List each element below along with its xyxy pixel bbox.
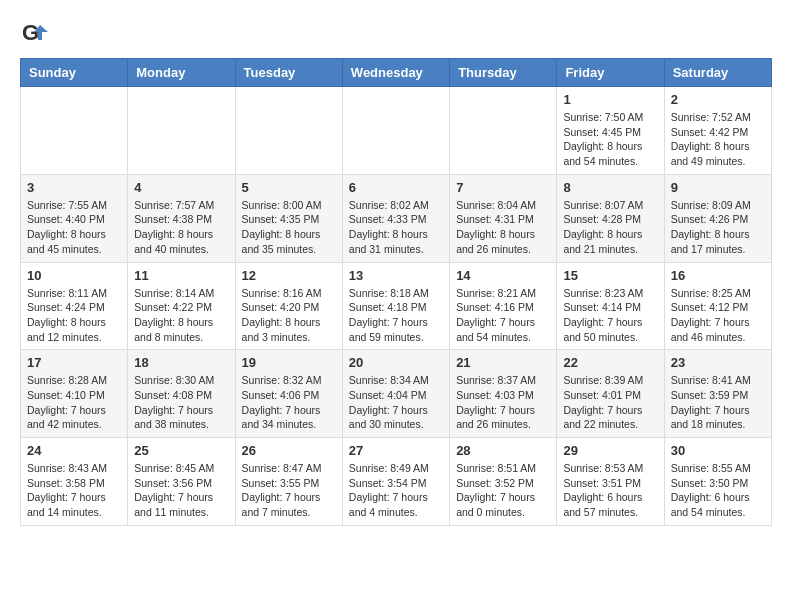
calendar-day-cell: 17Sunrise: 8:28 AM Sunset: 4:10 PM Dayli… bbox=[21, 350, 128, 438]
day-number: 22 bbox=[563, 355, 657, 370]
calendar-day-cell: 25Sunrise: 8:45 AM Sunset: 3:56 PM Dayli… bbox=[128, 438, 235, 526]
calendar-day-cell: 10Sunrise: 8:11 AM Sunset: 4:24 PM Dayli… bbox=[21, 262, 128, 350]
day-number: 8 bbox=[563, 180, 657, 195]
day-info: Sunrise: 8:49 AM Sunset: 3:54 PM Dayligh… bbox=[349, 461, 443, 520]
calendar-week-row: 10Sunrise: 8:11 AM Sunset: 4:24 PM Dayli… bbox=[21, 262, 772, 350]
day-number: 21 bbox=[456, 355, 550, 370]
calendar-day-cell: 12Sunrise: 8:16 AM Sunset: 4:20 PM Dayli… bbox=[235, 262, 342, 350]
day-number: 4 bbox=[134, 180, 228, 195]
day-info: Sunrise: 8:43 AM Sunset: 3:58 PM Dayligh… bbox=[27, 461, 121, 520]
calendar-day-cell: 6Sunrise: 8:02 AM Sunset: 4:33 PM Daylig… bbox=[342, 174, 449, 262]
day-info: Sunrise: 8:25 AM Sunset: 4:12 PM Dayligh… bbox=[671, 286, 765, 345]
day-number: 7 bbox=[456, 180, 550, 195]
day-info: Sunrise: 8:41 AM Sunset: 3:59 PM Dayligh… bbox=[671, 373, 765, 432]
day-info: Sunrise: 7:50 AM Sunset: 4:45 PM Dayligh… bbox=[563, 110, 657, 169]
day-info: Sunrise: 7:57 AM Sunset: 4:38 PM Dayligh… bbox=[134, 198, 228, 257]
calendar-week-row: 24Sunrise: 8:43 AM Sunset: 3:58 PM Dayli… bbox=[21, 438, 772, 526]
calendar-day-cell: 7Sunrise: 8:04 AM Sunset: 4:31 PM Daylig… bbox=[450, 174, 557, 262]
calendar-day-cell: 30Sunrise: 8:55 AM Sunset: 3:50 PM Dayli… bbox=[664, 438, 771, 526]
day-info: Sunrise: 8:16 AM Sunset: 4:20 PM Dayligh… bbox=[242, 286, 336, 345]
day-info: Sunrise: 8:00 AM Sunset: 4:35 PM Dayligh… bbox=[242, 198, 336, 257]
day-number: 14 bbox=[456, 268, 550, 283]
calendar-day-cell: 4Sunrise: 7:57 AM Sunset: 4:38 PM Daylig… bbox=[128, 174, 235, 262]
day-info: Sunrise: 8:32 AM Sunset: 4:06 PM Dayligh… bbox=[242, 373, 336, 432]
day-info: Sunrise: 8:53 AM Sunset: 3:51 PM Dayligh… bbox=[563, 461, 657, 520]
day-info: Sunrise: 8:09 AM Sunset: 4:26 PM Dayligh… bbox=[671, 198, 765, 257]
day-number: 11 bbox=[134, 268, 228, 283]
day-number: 26 bbox=[242, 443, 336, 458]
day-info: Sunrise: 8:34 AM Sunset: 4:04 PM Dayligh… bbox=[349, 373, 443, 432]
day-info: Sunrise: 7:55 AM Sunset: 4:40 PM Dayligh… bbox=[27, 198, 121, 257]
day-info: Sunrise: 8:07 AM Sunset: 4:28 PM Dayligh… bbox=[563, 198, 657, 257]
calendar-day-cell: 27Sunrise: 8:49 AM Sunset: 3:54 PM Dayli… bbox=[342, 438, 449, 526]
logo-icon: G bbox=[20, 20, 48, 48]
day-of-week-header: Monday bbox=[128, 59, 235, 87]
day-info: Sunrise: 8:04 AM Sunset: 4:31 PM Dayligh… bbox=[456, 198, 550, 257]
calendar-day-cell bbox=[128, 87, 235, 175]
day-info: Sunrise: 8:39 AM Sunset: 4:01 PM Dayligh… bbox=[563, 373, 657, 432]
calendar-day-cell: 21Sunrise: 8:37 AM Sunset: 4:03 PM Dayli… bbox=[450, 350, 557, 438]
day-of-week-header: Wednesday bbox=[342, 59, 449, 87]
day-number: 17 bbox=[27, 355, 121, 370]
day-info: Sunrise: 8:45 AM Sunset: 3:56 PM Dayligh… bbox=[134, 461, 228, 520]
calendar-day-cell: 5Sunrise: 8:00 AM Sunset: 4:35 PM Daylig… bbox=[235, 174, 342, 262]
calendar-day-cell: 20Sunrise: 8:34 AM Sunset: 4:04 PM Dayli… bbox=[342, 350, 449, 438]
day-number: 19 bbox=[242, 355, 336, 370]
calendar-header-row: SundayMondayTuesdayWednesdayThursdayFrid… bbox=[21, 59, 772, 87]
day-number: 5 bbox=[242, 180, 336, 195]
calendar-day-cell: 2Sunrise: 7:52 AM Sunset: 4:42 PM Daylig… bbox=[664, 87, 771, 175]
calendar-week-row: 1Sunrise: 7:50 AM Sunset: 4:45 PM Daylig… bbox=[21, 87, 772, 175]
day-number: 28 bbox=[456, 443, 550, 458]
day-number: 13 bbox=[349, 268, 443, 283]
day-of-week-header: Thursday bbox=[450, 59, 557, 87]
page-header: G bbox=[20, 20, 772, 48]
day-info: Sunrise: 8:37 AM Sunset: 4:03 PM Dayligh… bbox=[456, 373, 550, 432]
day-number: 2 bbox=[671, 92, 765, 107]
calendar-day-cell: 13Sunrise: 8:18 AM Sunset: 4:18 PM Dayli… bbox=[342, 262, 449, 350]
day-number: 16 bbox=[671, 268, 765, 283]
day-of-week-header: Tuesday bbox=[235, 59, 342, 87]
svg-text:G: G bbox=[22, 20, 39, 45]
day-of-week-header: Saturday bbox=[664, 59, 771, 87]
calendar-week-row: 3Sunrise: 7:55 AM Sunset: 4:40 PM Daylig… bbox=[21, 174, 772, 262]
calendar-day-cell bbox=[235, 87, 342, 175]
day-number: 24 bbox=[27, 443, 121, 458]
calendar-day-cell: 24Sunrise: 8:43 AM Sunset: 3:58 PM Dayli… bbox=[21, 438, 128, 526]
day-number: 30 bbox=[671, 443, 765, 458]
day-info: Sunrise: 8:30 AM Sunset: 4:08 PM Dayligh… bbox=[134, 373, 228, 432]
calendar-day-cell: 3Sunrise: 7:55 AM Sunset: 4:40 PM Daylig… bbox=[21, 174, 128, 262]
day-info: Sunrise: 8:55 AM Sunset: 3:50 PM Dayligh… bbox=[671, 461, 765, 520]
calendar-day-cell: 22Sunrise: 8:39 AM Sunset: 4:01 PM Dayli… bbox=[557, 350, 664, 438]
day-info: Sunrise: 8:47 AM Sunset: 3:55 PM Dayligh… bbox=[242, 461, 336, 520]
day-number: 18 bbox=[134, 355, 228, 370]
day-number: 15 bbox=[563, 268, 657, 283]
calendar-week-row: 17Sunrise: 8:28 AM Sunset: 4:10 PM Dayli… bbox=[21, 350, 772, 438]
day-number: 27 bbox=[349, 443, 443, 458]
day-number: 10 bbox=[27, 268, 121, 283]
day-info: Sunrise: 7:52 AM Sunset: 4:42 PM Dayligh… bbox=[671, 110, 765, 169]
day-info: Sunrise: 8:23 AM Sunset: 4:14 PM Dayligh… bbox=[563, 286, 657, 345]
day-number: 1 bbox=[563, 92, 657, 107]
calendar-day-cell: 23Sunrise: 8:41 AM Sunset: 3:59 PM Dayli… bbox=[664, 350, 771, 438]
day-number: 3 bbox=[27, 180, 121, 195]
day-info: Sunrise: 8:18 AM Sunset: 4:18 PM Dayligh… bbox=[349, 286, 443, 345]
calendar-day-cell: 9Sunrise: 8:09 AM Sunset: 4:26 PM Daylig… bbox=[664, 174, 771, 262]
day-of-week-header: Friday bbox=[557, 59, 664, 87]
calendar-day-cell bbox=[450, 87, 557, 175]
logo: G bbox=[20, 20, 52, 48]
day-number: 20 bbox=[349, 355, 443, 370]
calendar-body: 1Sunrise: 7:50 AM Sunset: 4:45 PM Daylig… bbox=[21, 87, 772, 526]
day-number: 25 bbox=[134, 443, 228, 458]
calendar-day-cell: 18Sunrise: 8:30 AM Sunset: 4:08 PM Dayli… bbox=[128, 350, 235, 438]
calendar-day-cell: 26Sunrise: 8:47 AM Sunset: 3:55 PM Dayli… bbox=[235, 438, 342, 526]
day-info: Sunrise: 8:28 AM Sunset: 4:10 PM Dayligh… bbox=[27, 373, 121, 432]
calendar-day-cell bbox=[342, 87, 449, 175]
day-number: 9 bbox=[671, 180, 765, 195]
day-number: 29 bbox=[563, 443, 657, 458]
calendar-day-cell: 1Sunrise: 7:50 AM Sunset: 4:45 PM Daylig… bbox=[557, 87, 664, 175]
day-of-week-header: Sunday bbox=[21, 59, 128, 87]
day-info: Sunrise: 8:02 AM Sunset: 4:33 PM Dayligh… bbox=[349, 198, 443, 257]
day-number: 6 bbox=[349, 180, 443, 195]
calendar-day-cell: 16Sunrise: 8:25 AM Sunset: 4:12 PM Dayli… bbox=[664, 262, 771, 350]
calendar-table: SundayMondayTuesdayWednesdayThursdayFrid… bbox=[20, 58, 772, 526]
